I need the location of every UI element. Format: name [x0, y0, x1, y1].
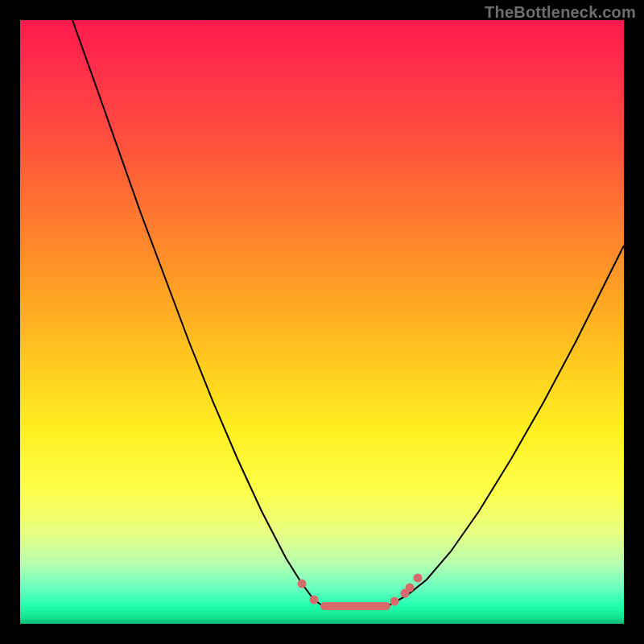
trough-dot-markers: [298, 574, 423, 606]
trough-dot: [298, 580, 307, 588]
trough-dot: [310, 596, 319, 605]
right-curve: [389, 246, 624, 605]
trough-dot: [390, 597, 399, 606]
plot-area: [20, 20, 624, 624]
left-curve: [72, 20, 322, 605]
trough-dot: [414, 574, 423, 583]
chart-frame: TheBottleneck.com: [0, 0, 644, 644]
watermark-text: TheBottleneck.com: [485, 3, 636, 22]
curve-svg: [20, 20, 624, 624]
trough-dot: [406, 584, 415, 592]
